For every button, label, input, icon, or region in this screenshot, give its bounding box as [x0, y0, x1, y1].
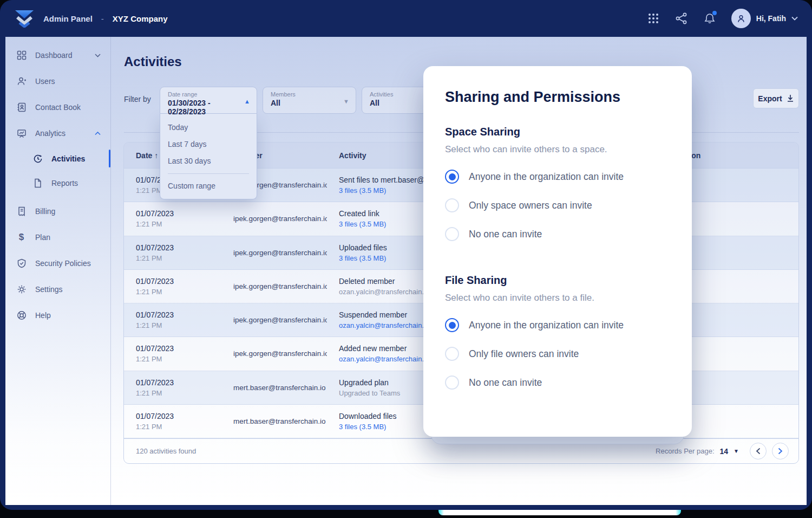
notification-badge — [712, 11, 717, 15]
row-time: 1:21 PM — [136, 355, 221, 363]
user-greeting: Hi, Fatih — [756, 14, 786, 23]
dropdown-option-custom-range[interactable]: Custom range — [160, 178, 257, 195]
radio-selected-icon[interactable] — [445, 318, 459, 332]
apps-grid-icon[interactable] — [647, 12, 660, 25]
sort-asc-icon: ↑ — [154, 151, 158, 160]
sidebar-item-label: Help — [35, 311, 51, 320]
notifications-bell-icon[interactable] — [703, 12, 716, 25]
sidebar-item-help[interactable]: Help — [5, 302, 110, 328]
row-time: 1:21 PM — [136, 254, 221, 262]
radio-option[interactable]: Anyone in the organization can invite — [445, 318, 672, 332]
date-range-value: 01/30/2023 - 02/28/2023 — [168, 99, 249, 116]
row-member-email: ipek.gorgen@transferchain.io — [221, 215, 327, 223]
billing-icon — [16, 206, 27, 217]
export-button[interactable]: Export — [753, 88, 799, 108]
row-time: 1:21 PM — [136, 423, 221, 431]
dashboard-icon — [16, 50, 27, 61]
row-member-email: ipek.gorgen@transferchain.io — [221, 316, 327, 324]
sidebar-item-contact-book[interactable]: Contact Book — [5, 94, 110, 120]
sidebar-item-label: Analytics — [35, 129, 66, 138]
sharing-permissions-modal: Sharing and Permissions Space Sharing Se… — [423, 66, 692, 437]
row-time: 1:21 PM — [136, 321, 221, 329]
space-sharing-section: Space Sharing Select who can invite othe… — [445, 126, 672, 241]
row-date: 01/07/2023 — [136, 310, 221, 319]
row-member-email: ipek.gorgen@transferchain.io — [221, 249, 327, 257]
sidebar-item-label: Activities — [51, 154, 85, 163]
chevron-down-icon — [791, 16, 798, 21]
radio-unselected-icon[interactable] — [445, 375, 459, 390]
pagination: Records Per page: 14 ▼ — [656, 443, 789, 459]
row-member-email: ipek.gorgen@transferchain.io — [221, 349, 327, 358]
sidebar-item-plan[interactable]: $ Plan — [5, 224, 110, 250]
row-time: 1:21 PM — [136, 389, 221, 397]
bottom-sheet-edge — [438, 510, 681, 515]
row-time: 1:21 PM — [136, 288, 221, 296]
app-title: Admin Panel — [43, 14, 93, 23]
reports-icon — [32, 178, 43, 188]
sidebar-item-users[interactable]: Users — [5, 68, 110, 94]
shield-check-icon — [16, 258, 27, 269]
sidebar-item-label: Billing — [35, 207, 55, 216]
date-range-label: Date range — [168, 91, 249, 98]
radio-option[interactable]: Only space owners can invite — [445, 198, 672, 212]
sidebar-item-billing[interactable]: Billing — [5, 198, 110, 224]
dropdown-option-today[interactable]: Today — [160, 119, 257, 136]
modal-title: Sharing and Permissions — [445, 89, 620, 106]
radio-selected-icon[interactable] — [445, 170, 459, 184]
row-date: 01/07/2023 — [136, 344, 221, 353]
chevron-up-icon — [95, 132, 101, 135]
row-time: 1:21 PM — [136, 220, 221, 228]
section-heading: Space Sharing — [445, 126, 672, 138]
plan-icon: $ — [16, 232, 27, 243]
radio-option[interactable]: Only file owners can invite — [445, 347, 672, 361]
radio-label: Only space owners can invite — [469, 200, 592, 211]
row-member-email: ipek.gorgen@transferchain.io — [221, 282, 327, 290]
sidebar-item-label: Users — [35, 77, 55, 86]
radio-label: No one can invite — [469, 229, 542, 240]
sidebar-item-security-policies[interactable]: Security Policies — [5, 250, 110, 276]
radio-unselected-icon[interactable] — [445, 347, 459, 361]
company-name: XYZ Company — [113, 14, 168, 23]
analytics-icon — [16, 128, 27, 139]
date-range-select[interactable]: Date range 01/30/2023 - 02/28/2023 ▲ — [160, 87, 257, 114]
radio-unselected-icon[interactable] — [445, 227, 459, 241]
user-menu[interactable]: Hi, Fatih — [731, 9, 798, 28]
row-date: 01/07/2023 — [136, 243, 221, 252]
activities-icon — [32, 153, 43, 164]
members-label: Members — [271, 91, 348, 98]
transferchain-logo-icon — [14, 9, 35, 28]
sidebar: Dashboard Users — [5, 37, 111, 505]
sidebar-item-settings[interactable]: Settings — [5, 276, 110, 302]
page-title: Activities — [124, 54, 182, 69]
sidebar-item-analytics[interactable]: Analytics — [5, 120, 110, 146]
section-heading: File Sharing — [445, 274, 672, 287]
sidebar-item-label: Contact Book — [35, 103, 81, 112]
export-label: Export — [758, 94, 782, 103]
radio-label: No one can invite — [469, 377, 542, 388]
next-page-button[interactable] — [772, 443, 789, 459]
radio-unselected-icon[interactable] — [445, 198, 459, 212]
radio-option[interactable]: Anyone in the organization can invite — [445, 170, 672, 184]
members-select[interactable]: Members All ▼ — [263, 87, 356, 114]
sidebar-item-activities[interactable]: Activities — [5, 146, 110, 171]
download-icon — [787, 94, 794, 102]
row-date: 01/07/2023 — [136, 378, 221, 387]
sidebar-item-dashboard[interactable]: Dashboard — [5, 42, 110, 68]
sidebar-item-reports[interactable]: Reports — [5, 171, 110, 195]
dropdown-option-last-7-days[interactable]: Last 7 days — [160, 136, 257, 153]
records-per-page-label: Records Per page: — [656, 447, 714, 455]
radio-option[interactable]: No one can invite — [445, 227, 672, 241]
previous-page-button[interactable] — [750, 443, 767, 459]
dropdown-divider — [168, 173, 249, 174]
app-window: Admin Panel - XYZ Company — [0, 0, 812, 510]
date-range-dropdown: Today Last 7 days Last 30 days Custom ra… — [160, 114, 257, 199]
activities-count: 120 activities found — [136, 447, 196, 455]
share-network-icon[interactable] — [675, 12, 688, 25]
records-per-page-value[interactable]: 14 — [720, 447, 729, 456]
radio-option[interactable]: No one can invite — [445, 375, 672, 390]
dropdown-option-last-30-days[interactable]: Last 30 days — [160, 153, 257, 170]
file-sharing-section: File Sharing Select who can invite other… — [445, 274, 672, 390]
row-member-email: mert.baser@transferchain.io — [221, 417, 327, 425]
caret-up-icon: ▲ — [244, 98, 250, 105]
sidebar-item-label: Plan — [35, 233, 50, 242]
